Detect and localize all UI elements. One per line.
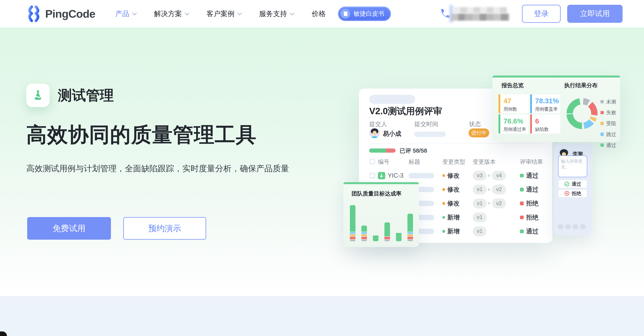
legend-item: 通过 [600,142,616,149]
version-pill: v1 [473,226,486,236]
change-type-label: 修改 [447,199,460,207]
chevron-down-icon [290,13,294,15]
arrow-right-icon [488,202,490,205]
chevron-down-icon [132,13,137,15]
testcase-id: YIC-3 [388,172,404,179]
legend-item: 失败 [600,109,616,116]
stat-box-4: 6缺陷数 [530,114,560,133]
review-title: V2.0测试用例评审 [369,105,442,117]
column-header: 评审结果 [520,158,543,166]
masked-phone-number [449,6,511,21]
logo-text: PingCode [45,7,95,20]
change-type-label: 新增 [447,213,460,222]
legend-label: 跳过 [606,131,616,138]
version-pill: v1 [473,199,486,208]
column-header: 编号 [378,158,390,166]
legend-label: 未测 [606,99,616,105]
legend-item: 受阻 [600,120,616,127]
submit-time-label: 提交时间 [414,120,438,128]
status-label: 状态 [469,120,481,128]
reject-button: 拒绝 [558,189,587,198]
nav-item-5[interactable]: 价格 [312,9,326,18]
goal-bar-2 [362,226,367,241]
logo[interactable]: PingCode [26,5,95,22]
main-nav: 产品解决方案客户案例服务支持价格 [115,9,326,18]
legend-label: 通过 [606,142,616,149]
table-header: 编号标题变更类型变更版本评审结果 [359,158,552,166]
placeholder-pill [369,95,415,104]
version-pill: v1 [473,212,486,222]
approve-button: 通过 [558,179,587,188]
free-trial-button[interactable]: 免费试用 [27,217,111,240]
stat-box-1: 47用例数 [498,94,528,113]
reject-label: 拒绝 [572,190,581,197]
goal-bar-4 [384,222,390,241]
change-type-dot [442,202,445,205]
review-comment-input [558,156,587,177]
mockup-goal-card: 团队质量目标达成率 [343,182,419,247]
placeholder-dots [558,224,586,229]
card-accent-bar [343,182,419,184]
submitter-name: 易小成 [383,130,401,138]
nav-item-1[interactable]: 产品 [115,9,137,18]
page-title: 高效协同的质量管理工具 [26,121,256,149]
column-header: 变更版本 [473,158,496,166]
version-pill: v1 [473,184,486,194]
pingcode-logo-icon [26,5,41,22]
goal-bar-1 [350,205,356,241]
title-placeholder-pill [409,173,434,178]
change-type-label: 修改 [447,171,460,180]
version-pill: v4 [492,171,506,180]
result-status-square [520,174,524,177]
nav-item-label: 解决方案 [154,9,182,18]
mockup-report-card: 报告总览 47用例数78.31%用例覆盖率76.6%用例通过率6缺陷数 执行结果… [492,76,620,142]
result-label: 通过 [526,171,538,180]
nav-item-3[interactable]: 客户案例 [206,9,242,18]
legend-swatch [600,144,604,147]
stat-label: 用例数 [504,106,528,112]
column-header: 标题 [409,158,420,166]
stat-accent-bar [530,114,532,133]
goal-title: 团队质量目标达成率 [352,190,401,197]
chevron-down-icon [237,13,242,15]
column-header: 变更类型 [442,158,466,166]
whitepaper-badge[interactable]: 敏捷白皮书 [338,6,391,21]
result-label: 拒绝 [526,199,538,207]
whitepaper-label: 敏捷白皮书 [354,9,384,18]
nav-item-label: 客户案例 [206,9,234,18]
stats-grid: 47用例数78.31%用例覆盖率76.6%用例通过率6缺陷数 [498,94,560,133]
stat-label: 用例覆盖率 [535,106,560,112]
stat-accent-bar [498,114,500,133]
change-type-dot [442,174,445,177]
progress-label: 已评 58/58 [400,147,427,155]
try-now-button[interactable]: 立即试用 [567,5,622,23]
next-section [0,296,644,336]
version-pill: v2 [492,199,506,208]
nav-item-2[interactable]: 解决方案 [154,9,189,18]
header-right: 登录 立即试用 [440,5,622,23]
donut-title: 执行结果分布 [564,82,598,89]
approve-label: 通过 [572,181,581,187]
card-accent-bar [492,76,620,77]
login-button[interactable]: 登录 [522,5,561,23]
stat-accent-bar [530,94,532,113]
nav-item-label: 服务支持 [259,9,287,18]
nav-item-label: 价格 [312,9,326,18]
nav-item-label: 产品 [115,9,129,18]
arrow-right-icon [488,174,490,177]
result-label: 拒绝 [526,213,538,222]
nav-item-4[interactable]: 服务支持 [259,9,294,18]
report-title: 报告总览 [502,82,524,89]
legend-label: 失败 [606,109,616,116]
stat-label: 缺陷数 [535,126,560,132]
flask-icon [26,84,50,107]
review-progress-bar [369,149,395,153]
product-tag: 测试管理 [26,84,114,107]
stat-box-2: 78.31%用例覆盖率 [530,94,560,113]
page: PingCode 产品解决方案客户案例服务支持价格 敏捷白皮书 登录 立即试用 [0,0,644,336]
testcase-icon-chip [378,172,385,179]
stat-value: 78.31% [535,97,560,105]
version-pill: v3 [473,171,486,180]
book-demo-button[interactable]: 预约演示 [123,217,206,240]
x-circle-icon [564,191,570,196]
